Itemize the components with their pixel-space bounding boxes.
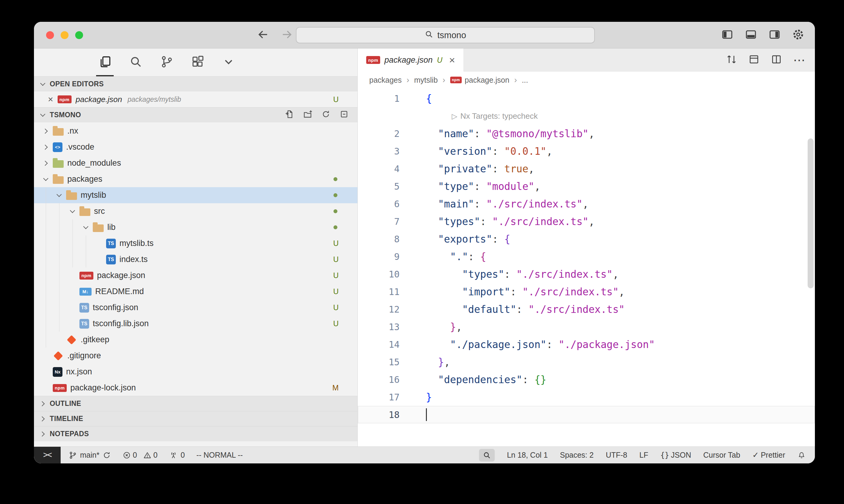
code-line-11[interactable]: 11 "import": "./src/index.ts", xyxy=(358,283,815,301)
more-actions-icon[interactable]: ⋯ xyxy=(793,54,805,66)
settings-gear-icon[interactable] xyxy=(792,28,805,42)
close-window-button[interactable] xyxy=(46,31,54,39)
chevron-down-icon[interactable] xyxy=(56,192,63,199)
open-editor-item[interactable]: × npm package.json packages/mytslib U xyxy=(34,91,358,107)
notifications-bell-icon[interactable] xyxy=(797,451,806,460)
tree-item-README.md[interactable]: M↓README.mdU xyxy=(34,284,358,300)
fullscreen-window-button[interactable] xyxy=(75,31,83,39)
cursor-tab-status[interactable]: Cursor Tab xyxy=(703,451,740,460)
tree-item-src[interactable]: src xyxy=(34,203,358,219)
breadcrumb-item[interactable]: packages xyxy=(369,76,402,85)
new-file-icon[interactable] xyxy=(285,109,294,121)
chevron-right-icon[interactable] xyxy=(42,144,49,150)
tab-package-json[interactable]: npm package.json U × xyxy=(358,49,464,71)
breadcrumb-item[interactable]: ... xyxy=(522,76,528,85)
code-line-1[interactable]: 1{ xyxy=(358,90,815,107)
eol-status[interactable]: LF xyxy=(639,451,648,460)
code-line-14[interactable]: 14 "./package.json": "./package.json" xyxy=(358,336,815,353)
source-control-icon[interactable] xyxy=(158,49,175,76)
problems-status[interactable]: 0 0 xyxy=(122,451,158,460)
tree-item-.gitkeep[interactable]: .gitkeep xyxy=(34,332,358,348)
command-center-search[interactable]: tsmono xyxy=(296,27,595,43)
codelens-row[interactable]: ▷Nx Targets: typecheck xyxy=(358,107,815,125)
breadcrumb-item[interactable]: mytslib xyxy=(414,76,438,85)
tree-item-packages[interactable]: packages xyxy=(34,171,358,187)
toggle-left-sidebar-icon[interactable] xyxy=(721,28,734,42)
ports-status[interactable]: 0 xyxy=(169,451,185,460)
line-number: 11 xyxy=(358,287,415,297)
workspace-header[interactable]: TSMONO xyxy=(34,107,358,122)
new-folder-icon[interactable] xyxy=(303,109,313,121)
minimize-window-button[interactable] xyxy=(61,31,69,39)
zoom-indicator[interactable] xyxy=(479,449,495,462)
chevron-right-icon[interactable] xyxy=(42,160,49,167)
explorer-icon[interactable] xyxy=(96,49,114,76)
code-line-13[interactable]: 13 }, xyxy=(358,318,815,336)
tree-item-tsconfig.lib.json[interactable]: TStsconfig.lib.jsonU xyxy=(34,316,358,332)
code-line-17[interactable]: 17} xyxy=(358,388,815,406)
line-number: 3 xyxy=(358,146,415,157)
code-line-2[interactable]: 2 "name": "@tsmono/mytslib", xyxy=(358,125,815,142)
tree-item-lib[interactable]: lib xyxy=(34,219,358,235)
tree-item-.gitignore[interactable]: .gitignore xyxy=(34,348,358,364)
close-tab-icon[interactable]: × xyxy=(449,55,455,65)
tree-item-mytslib.ts[interactable]: TSmytslib.tsU xyxy=(34,235,358,251)
code-line-9[interactable]: 9 ".": { xyxy=(358,248,815,265)
toggle-bottom-panel-icon[interactable] xyxy=(744,28,757,42)
indentation-status[interactable]: Spaces: 2 xyxy=(560,451,593,460)
close-editor-icon[interactable]: × xyxy=(48,95,53,104)
remote-indicator[interactable]: >< xyxy=(34,447,61,463)
search-sidebar-icon[interactable] xyxy=(127,49,144,76)
tree-item-.vscode[interactable]: <>.vscode xyxy=(34,139,358,155)
code-line-3[interactable]: 3 "version": "0.0.1", xyxy=(358,142,815,160)
tree-item-nx.json[interactable]: Nxnx.json xyxy=(34,364,358,380)
breadcrumb-item[interactable]: npmpackage.json xyxy=(450,76,509,85)
tree-item-mytslib[interactable]: mytslib xyxy=(34,187,358,203)
code-line-5[interactable]: 5 "type": "module", xyxy=(358,178,815,195)
code-line-10[interactable]: 10 "types": "./src/index.ts", xyxy=(358,265,815,283)
tree-item-index.ts[interactable]: TSindex.tsU xyxy=(34,251,358,267)
code-area[interactable]: 1{▷Nx Targets: typecheck2 "name": "@tsmo… xyxy=(358,88,815,447)
cursor-position-status[interactable]: Ln 18, Col 1 xyxy=(507,451,548,460)
code-line-12[interactable]: 12 "default": "./src/index.ts" xyxy=(358,301,815,318)
chevron-right-icon[interactable] xyxy=(42,128,49,134)
compare-changes-icon[interactable] xyxy=(726,54,737,66)
vim-mode-indicator[interactable]: -- NORMAL -- xyxy=(196,451,243,460)
open-preview-icon[interactable] xyxy=(748,54,760,66)
git-status-badge: U xyxy=(333,271,339,280)
toggle-right-sidebar-icon[interactable] xyxy=(768,28,781,42)
tree-item-tsconfig.json[interactable]: TStsconfig.jsonU xyxy=(34,300,358,316)
navigate-forward-icon[interactable] xyxy=(280,28,293,42)
code-line-8[interactable]: 8 "exports": { xyxy=(358,230,815,248)
more-views-chevron-icon[interactable] xyxy=(220,49,237,76)
git-branch-status[interactable]: main* xyxy=(69,451,111,460)
scrollbar-thumb[interactable] xyxy=(808,139,814,288)
code-content: }, xyxy=(415,356,450,368)
encoding-status[interactable]: UTF-8 xyxy=(606,451,627,460)
extensions-icon[interactable] xyxy=(189,49,206,76)
split-editor-icon[interactable] xyxy=(771,54,782,66)
code-line-18[interactable]: 18 xyxy=(358,406,815,424)
code-line-6[interactable]: 6 "main": "./src/index.ts", xyxy=(358,195,815,213)
outline-header[interactable]: OUTLINE xyxy=(34,396,358,411)
code-line-7[interactable]: 7 "types": "./src/index.ts", xyxy=(358,213,815,230)
chevron-down-icon[interactable] xyxy=(83,224,89,231)
navigate-back-icon[interactable] xyxy=(257,28,270,42)
tree-item-node_modules[interactable]: node_modules xyxy=(34,155,358,171)
tree-item-.nx[interactable]: .nx xyxy=(34,123,358,139)
code-line-15[interactable]: 15 }, xyxy=(358,353,815,371)
notepads-header[interactable]: NOTEPADS xyxy=(34,426,358,441)
code-line-16[interactable]: 16 "dependencies": {} xyxy=(358,371,815,388)
tree-item-package.json[interactable]: npmpackage.jsonU xyxy=(34,267,358,284)
chevron-down-icon[interactable] xyxy=(69,208,76,215)
tree-item-package-lock.json[interactable]: npmpackage-lock.jsonM xyxy=(34,380,358,396)
refresh-explorer-icon[interactable] xyxy=(321,109,331,121)
run-target-icon[interactable]: ▷ xyxy=(452,112,457,120)
formatter-status[interactable]: ✓ Prettier xyxy=(753,450,785,460)
timeline-header[interactable]: TIMELINE xyxy=(34,411,358,426)
open-editors-header[interactable]: OPEN EDITORS xyxy=(34,76,358,91)
collapse-folders-icon[interactable] xyxy=(339,109,349,121)
chevron-down-icon[interactable] xyxy=(42,176,49,183)
code-line-4[interactable]: 4 "private": true, xyxy=(358,160,815,178)
language-mode-status[interactable]: {} JSON xyxy=(660,451,691,460)
